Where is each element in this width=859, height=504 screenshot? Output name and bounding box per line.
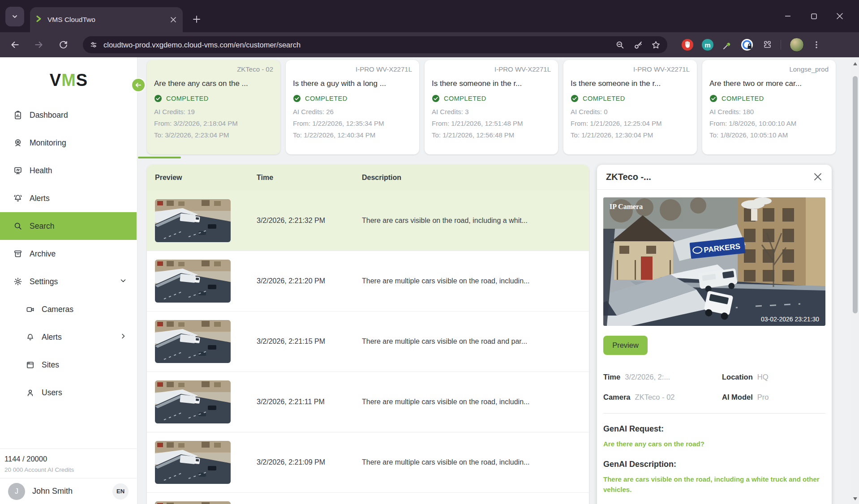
card-status-text: COMPLETED — [722, 95, 764, 102]
card-to: To: 1/8/2026, 10:05:10 AM — [709, 131, 829, 139]
sidebar-item-label: Dashboard — [30, 111, 68, 120]
event-thumbnail[interactable] — [155, 380, 231, 423]
tab-search-button[interactable] — [5, 7, 24, 26]
scrollbar-down-arrow[interactable] — [851, 495, 859, 502]
site-info-icon[interactable] — [89, 40, 98, 49]
event-thumbnail[interactable] — [155, 501, 231, 504]
preview-button[interactable]: Preview — [603, 336, 648, 355]
screen: VMS CloudTwo — [0, 0, 859, 504]
zoom-icon[interactable] — [615, 40, 624, 49]
extensions-puzzle-icon[interactable] — [761, 39, 772, 50]
event-thumbnail[interactable] — [155, 199, 231, 242]
extensions-row: m — [682, 36, 820, 53]
password-key-icon[interactable] — [633, 40, 642, 49]
card-to: To: 1/21/2026, 12:56:48 PM — [432, 131, 551, 139]
sidebar-item-label: Health — [30, 166, 52, 175]
table-body: 3/2/2026, 2:21:32 PM There are cars visi… — [147, 190, 589, 492]
app-window: VMS Dashboard Monitoring — [0, 57, 859, 504]
bookmark-star-icon[interactable] — [651, 40, 660, 49]
search-task-card[interactable]: I-PRO WV-X2271L Is there someone in the … — [563, 60, 697, 154]
result-row[interactable]: 3/2/2026, 2:21:32 PM There are cars visi… — [147, 190, 589, 251]
table-header: Preview Time Description — [147, 165, 589, 190]
event-thumbnail[interactable] — [155, 441, 231, 484]
new-tab-button[interactable] — [190, 13, 203, 26]
color-picker-icon[interactable] — [722, 39, 733, 50]
tab-close-icon[interactable] — [170, 17, 176, 23]
password-manager-lock-icon[interactable] — [741, 39, 753, 51]
search-task-card[interactable]: I-PRO WV-X2271L Is there someone in the … — [425, 60, 558, 154]
sidebar-item-dashboard[interactable]: Dashboard — [0, 101, 137, 129]
card-camera-name: I-PRO WV-X2271L — [571, 65, 690, 74]
event-thumbnail[interactable] — [155, 320, 231, 363]
sidebar-item-label: Settings — [30, 277, 58, 286]
user-icon — [26, 389, 34, 397]
check-circle-icon — [293, 94, 301, 103]
browser-menu-kebab-icon[interactable] — [812, 40, 820, 50]
tab-favicon-icon — [36, 15, 42, 24]
card-from: From: 1/8/2026, 10:00:10 AM — [709, 120, 829, 127]
detail-field-label: AI Model — [722, 393, 753, 401]
sidebar-item-monitoring[interactable]: Monitoring — [0, 129, 137, 157]
window-maximize-button[interactable] — [801, 7, 827, 25]
search-task-card[interactable]: ZKTeco - 02 Are there any cars on the ..… — [147, 60, 280, 154]
sidebar-item-settings[interactable]: Settings — [0, 268, 137, 295]
detail-field: AI ModelPro — [722, 393, 825, 401]
sidebar-item-alerts-settings[interactable]: Alerts — [0, 323, 137, 351]
card-question: Is there someone in the r... — [432, 79, 551, 88]
result-row[interactable]: 3/2/2026, 2:21:20 PM There are multiple … — [147, 251, 589, 311]
sidebar-item-search[interactable]: Search — [0, 212, 137, 240]
sidebar-item-users[interactable]: Users — [0, 379, 137, 406]
url-bar[interactable]: cloudtwo-prod.vxgdemo.cloud-vms.com/en/c… — [83, 36, 667, 53]
card-from: From: 1/22/2026, 12:35:34 PM — [293, 120, 412, 127]
card-status-badge: COMPLETED — [571, 94, 690, 103]
svg-text:03-02-2026 23:21:30: 03-02-2026 23:21:30 — [761, 316, 819, 323]
extension-m-icon[interactable]: m — [702, 39, 713, 51]
search-task-card[interactable]: Longse_prod Are there two or more car...… — [702, 60, 836, 154]
result-row[interactable]: 3/2/2026, 2:21:15 PM There are multiple … — [147, 311, 589, 372]
sidebar-item-archive[interactable]: Archive — [0, 240, 137, 268]
window-minimize-button[interactable] — [775, 7, 801, 25]
sidebar-item-label: Monitoring — [30, 138, 66, 148]
sidebar-item-label: Alerts — [30, 194, 50, 203]
result-row[interactable]: 3/2/2026, 2:21:09 PM There are multiple … — [147, 432, 589, 492]
card-status-text: COMPLETED — [444, 95, 486, 102]
sidebar-item-health[interactable]: Health — [0, 157, 137, 184]
card-to: To: 3/2/2026, 2:23:04 PM — [154, 131, 273, 139]
sidebar-item-sites[interactable]: Sites — [0, 351, 137, 379]
browser-profile-avatar[interactable] — [790, 38, 804, 52]
sidebar-item-cameras[interactable]: Cameras — [0, 295, 137, 323]
card-status-badge: COMPLETED — [432, 94, 551, 103]
language-selector[interactable]: EN — [112, 483, 129, 500]
sidebar-item-label: Archive — [30, 249, 56, 259]
back-button[interactable] — [9, 39, 21, 51]
browser-tab[interactable]: VMS CloudTwo — [30, 7, 183, 32]
card-status-text: COMPLETED — [305, 95, 348, 102]
page-scrollbar[interactable] — [851, 57, 859, 504]
scrollbar-thumb[interactable] — [853, 76, 858, 313]
scrollbar-up-arrow[interactable] — [851, 60, 859, 67]
event-thumbnail[interactable] — [155, 260, 231, 303]
card-camera-name: ZKTeco - 02 — [154, 65, 273, 74]
window-close-button[interactable] — [827, 7, 853, 25]
cards-horizontal-scrollbar[interactable] — [138, 157, 181, 158]
browser-toolbar: cloudtwo-prod.vxgdemo.cloud-vms.com/en/c… — [0, 32, 859, 57]
reload-button[interactable] — [57, 39, 69, 51]
result-row-partial[interactable] — [147, 492, 589, 504]
forward-button[interactable] — [33, 39, 45, 51]
header-description: Description — [362, 174, 589, 182]
archive-box-icon — [13, 249, 22, 258]
window-controls — [775, 7, 853, 25]
sidebar-collapse-button[interactable] — [131, 78, 146, 92]
close-icon[interactable] — [814, 173, 823, 182]
chevron-down-icon — [120, 277, 127, 286]
sites-window-icon — [26, 361, 34, 369]
detail-field-value: 3/2/2026, 2:... — [625, 373, 670, 381]
svg-text:IP Camera: IP Camera — [610, 203, 643, 210]
genai-description-label: GenAI Description: — [603, 460, 825, 469]
check-circle-icon — [432, 94, 440, 103]
search-task-card[interactable]: I-PRO WV-X2271L Is there a guy with a lo… — [286, 60, 419, 154]
adblock-hand-icon[interactable] — [682, 39, 693, 51]
user-menu[interactable]: J John Smith EN — [0, 478, 137, 504]
result-row[interactable]: 3/2/2026, 2:21:11 PM There are multiple … — [147, 372, 589, 432]
sidebar-item-alerts[interactable]: Alerts — [0, 184, 137, 212]
